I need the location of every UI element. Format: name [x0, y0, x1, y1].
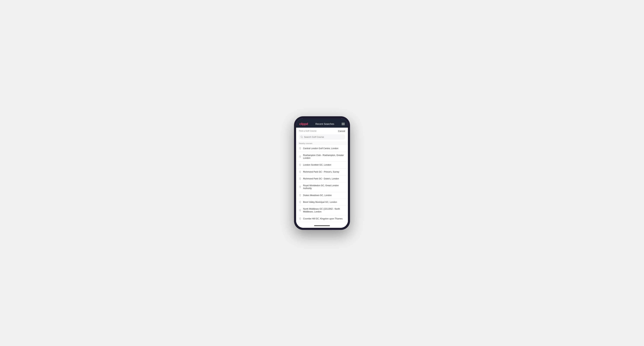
find-header: Find a Golf Course Cancel	[296, 128, 348, 134]
course-name: Richmond Park GC - Prince's, Surrey	[303, 171, 339, 173]
svg-point-10	[300, 210, 300, 210]
list-item[interactable]: Richmond Park GC - Prince's, Surrey	[296, 169, 348, 175]
list-item[interactable]: Brent Valley Municipal GC, London	[296, 199, 348, 206]
list-item[interactable]: Royal Wimbledon GC, Great London Authori…	[296, 182, 348, 192]
menu-icon[interactable]	[342, 123, 345, 125]
phone-screen: clippd Recent Searches Find a Golf Cours…	[296, 118, 348, 228]
svg-point-11	[300, 218, 300, 218]
search-container	[296, 134, 348, 141]
course-name: Coombe Hill GC, Kingston upon Thames	[303, 217, 343, 220]
nav-title: Recent Searches	[315, 123, 334, 125]
home-bar	[314, 225, 330, 226]
svg-point-2	[300, 148, 300, 148]
course-name: Central London Golf Centre, London	[303, 147, 338, 150]
pin-icon	[299, 209, 301, 211]
cancel-button[interactable]: Cancel	[338, 130, 345, 132]
svg-line-1	[302, 137, 303, 138]
course-name: Royal Wimbledon GC, Great London Authori…	[303, 184, 345, 190]
menu-line-3	[342, 125, 345, 125]
list-item[interactable]: Roehampton Club - Roehampton, Greater Lo…	[296, 152, 348, 162]
nearby-courses-section: Nearby courses Central London Golf Centr…	[296, 141, 348, 224]
menu-line-2	[342, 124, 345, 124]
course-name: North Middlesex GC (1011942 - North Midd…	[303, 207, 345, 213]
search-icon	[301, 136, 303, 138]
pin-icon	[299, 217, 301, 220]
pin-icon	[299, 171, 301, 173]
course-name: Dukes Meadows GC, London	[303, 194, 332, 197]
pin-icon	[299, 147, 301, 150]
pin-icon	[299, 156, 301, 158]
nav-bar: clippd Recent Searches	[296, 121, 348, 128]
svg-point-4	[300, 164, 300, 165]
list-item[interactable]: Coombe Hill GC, Kingston upon Thames	[296, 215, 348, 222]
find-label: Find a Golf Course	[299, 130, 316, 132]
course-name: Brent Valley Municipal GC, London	[303, 201, 337, 203]
list-item[interactable]: Richmond Park GC - Duke's, London	[296, 175, 348, 182]
list-item[interactable]: London Scottish GC, London	[296, 162, 348, 168]
menu-line-1	[342, 123, 345, 123]
list-item[interactable]: Dukes Meadows GC, London	[296, 192, 348, 199]
svg-point-7	[300, 186, 300, 187]
search-input[interactable]	[304, 136, 343, 138]
svg-point-3	[300, 156, 300, 157]
list-item[interactable]: North Middlesex GC (1011942 - North Midd…	[296, 206, 348, 215]
home-indicator	[296, 224, 348, 228]
svg-point-5	[300, 171, 300, 172]
svg-point-9	[300, 202, 300, 202]
pin-icon	[299, 164, 301, 166]
status-bar	[296, 118, 348, 121]
pin-icon	[299, 186, 301, 188]
phone-frame: clippd Recent Searches Find a Golf Cours…	[294, 116, 350, 230]
nearby-courses-label: Nearby courses	[296, 141, 348, 145]
main-content: Find a Golf Course Cancel Nearby courses	[296, 128, 348, 228]
pin-icon	[299, 194, 301, 196]
pin-icon	[299, 201, 301, 203]
search-input-wrapper	[299, 135, 345, 140]
course-name: Roehampton Club - Roehampton, Greater Lo…	[303, 154, 345, 160]
pin-icon	[299, 177, 301, 180]
app-logo: clippd	[299, 122, 308, 126]
course-name: London Scottish GC, London	[303, 164, 331, 166]
svg-point-6	[300, 178, 300, 178]
list-item[interactable]: Central London Golf Centre, London	[296, 145, 348, 152]
svg-point-8	[300, 194, 300, 195]
course-name: Richmond Park GC - Duke's, London	[303, 177, 339, 180]
